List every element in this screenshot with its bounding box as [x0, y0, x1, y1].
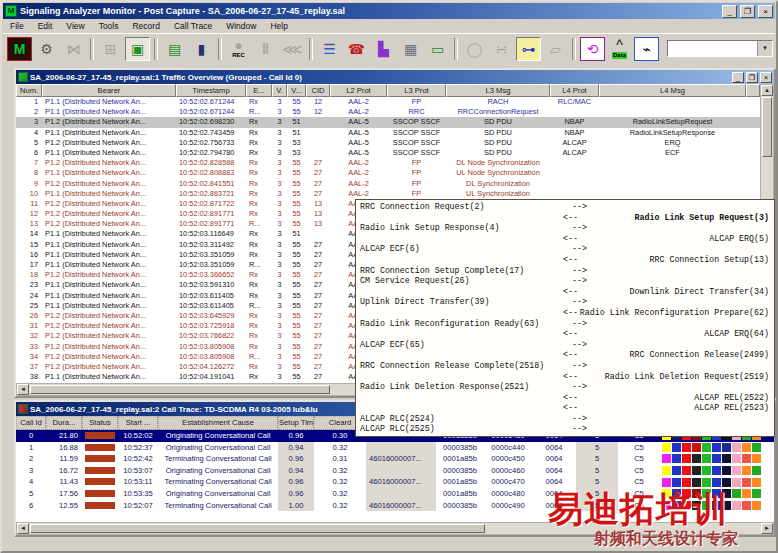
- trace-message[interactable]: RRC Connection Release Complete(2518)-->: [356, 361, 774, 372]
- trace-message[interactable]: RRC Connection Request(2)-->: [356, 202, 774, 213]
- column-header-id[interactable]: Call Id: [16, 416, 46, 430]
- trace-message[interactable]: Radio Link Reconfiguration Prepare(62)<-…: [356, 308, 774, 319]
- column-header-l3[interactable]: L3 Prot: [387, 84, 446, 97]
- trace-message[interactable]: ALCAP RLC(2525)-->: [356, 424, 774, 435]
- scroll-thumb[interactable]: [30, 385, 330, 394]
- column-header-setup[interactable]: Setup Time: [278, 416, 314, 430]
- save-button[interactable]: ▮: [189, 37, 214, 61]
- settings-gear-button[interactable]: ⚙: [34, 37, 59, 61]
- trace-message[interactable]: Radio Link Setup Response(4)-->: [356, 223, 774, 234]
- column-header-m3[interactable]: L3 Msg: [446, 84, 550, 97]
- column-header-start[interactable]: Start ...: [118, 416, 158, 430]
- traffic-row[interactable]: 9P1.2 (Distributed Network An...10:52:02…: [16, 179, 760, 189]
- column-header-e[interactable]: E...: [246, 84, 272, 97]
- cell-m4: [599, 189, 746, 199]
- column-header-dur[interactable]: Dura...: [46, 416, 82, 430]
- trace-message[interactable]: ALCAP REL(2522)<--: [356, 393, 774, 404]
- trace-message[interactable]: RRC Connection Release(2499)<--: [356, 350, 774, 361]
- combobox-dropdown-arrow-icon[interactable]: ▼: [757, 41, 772, 56]
- traffic-row[interactable]: 1P1.1 (Distributed Network An...10:52:02…: [16, 97, 760, 107]
- main-titlebar[interactable]: M Signaling Analyzer Monitor - Post Capt…: [3, 3, 775, 19]
- trace-message[interactable]: Radio Link Setup Request(3)<--: [356, 213, 774, 224]
- trace-message[interactable]: ALCAP REL(2523)<--: [356, 403, 774, 414]
- filter-combobox[interactable]: ▼: [667, 40, 773, 57]
- menu-item-tools[interactable]: Tools: [92, 20, 126, 32]
- scroll-left-arrow[interactable]: ◄: [17, 523, 29, 534]
- column-header-m4[interactable]: L4 Msg: [599, 84, 746, 97]
- trigger-button[interactable]: ⌁: [634, 37, 659, 61]
- trace-message[interactable]: ALCAP RLC(2524)-->: [356, 414, 774, 425]
- statistics-chart-button[interactable]: ▙: [371, 37, 396, 61]
- column-header-v2[interactable]: V...: [287, 84, 306, 97]
- protocol-stack-button[interactable]: ☰: [317, 37, 342, 61]
- scroll-thumb[interactable]: [30, 524, 485, 533]
- trace-message-text: Downlink Direct Transfer(34): [630, 287, 769, 298]
- trace-message[interactable]: ALCAP ECF(6)-->: [356, 244, 774, 255]
- record-button: ●REC: [226, 37, 251, 61]
- minimize-button[interactable]: _: [722, 5, 737, 18]
- trace-message[interactable]: Radio Link Reconfiguration Ready(63)-->: [356, 319, 774, 330]
- column-header-st[interactable]: Status: [82, 416, 118, 430]
- channel-color-swatch: [712, 466, 721, 475]
- cell-setup: 0.96: [278, 476, 314, 488]
- data-export-button[interactable]: ^Data: [607, 37, 632, 61]
- menu-item-help[interactable]: Help: [263, 20, 294, 32]
- column-header-l2[interactable]: L2 Prot: [330, 84, 387, 97]
- scroll-right-arrow[interactable]: ►: [761, 523, 773, 534]
- menu-item-call-trace[interactable]: Call Trace: [167, 20, 219, 32]
- monitor-logo-button[interactable]: M: [7, 37, 32, 61]
- traffic-row[interactable]: 8P1.1 (Distributed Network An...10:52:02…: [16, 168, 760, 178]
- trace-message[interactable]: RRC Connection Setup(13)<--: [356, 255, 774, 266]
- traffic-minimize-button[interactable]: _: [732, 72, 744, 83]
- close-button[interactable]: ×: [758, 5, 773, 18]
- trace-message[interactable]: ALCAP ERQ(5)<--: [356, 234, 774, 245]
- maximize-button[interactable]: ❐: [740, 5, 755, 18]
- load-capture-button[interactable]: ▤: [162, 37, 187, 61]
- trace-message[interactable]: Radio Link Deletion Response(2521)-->: [356, 382, 774, 393]
- traffic-row[interactable]: 6P1.1 (Distributed Network An...10:52:02…: [16, 148, 760, 158]
- cell-n: 25: [16, 301, 42, 311]
- call-row[interactable]: 116.8810:52:37Originating Conversational…: [16, 442, 774, 454]
- call-row[interactable]: 316.7210:53:07Originating Conversational…: [16, 465, 774, 477]
- traffic-window-titlebar[interactable]: SA_2006-06-27_17-45_replay.sal:1 Traffic…: [16, 70, 774, 84]
- traffic-row[interactable]: 2P1.1 (Distributed Network An...10:52:02…: [16, 107, 760, 117]
- column-header-cause[interactable]: Establishment Cause: [158, 416, 278, 430]
- trace-message[interactable]: Downlink Direct Transfer(34)<--: [356, 287, 774, 298]
- table-view-button[interactable]: ▦: [398, 37, 423, 61]
- call-row[interactable]: 211.5910:52:42Terminating Conversational…: [16, 453, 774, 465]
- trace-message[interactable]: RRC Connection Setup Complete(17)-->: [356, 266, 774, 277]
- column-header-t[interactable]: Timestamp: [176, 84, 246, 97]
- replay-button[interactable]: ⟲: [580, 37, 605, 61]
- menu-item-edit[interactable]: Edit: [31, 20, 60, 32]
- traffic-row[interactable]: 10P1.1 (Distributed Network An...10:52:0…: [16, 189, 760, 199]
- column-header-b[interactable]: Bearer: [42, 84, 176, 97]
- cell-v2: 51: [287, 117, 306, 127]
- scroll-thumb[interactable]: [762, 97, 772, 157]
- cell-l4: NBAP: [550, 128, 599, 138]
- menu-item-file[interactable]: File: [3, 20, 31, 32]
- call-trace-phone-button[interactable]: ☎: [344, 37, 369, 61]
- traffic-row[interactable]: 5P1.2 (Distributed Network An...10:52:02…: [16, 138, 760, 148]
- scroll-left-arrow[interactable]: ◄: [17, 384, 29, 395]
- menu-item-view[interactable]: View: [59, 20, 91, 32]
- traffic-close-button[interactable]: ×: [760, 72, 772, 83]
- scroll-up-arrow[interactable]: ▲: [761, 85, 773, 96]
- column-header-n[interactable]: Num.: [16, 84, 42, 97]
- traffic-maximize-button[interactable]: ❐: [746, 72, 758, 83]
- menu-item-record[interactable]: Record: [125, 20, 166, 32]
- traffic-row[interactable]: 7P1.2 (Distributed Network An...10:52:02…: [16, 158, 760, 168]
- traffic-row[interactable]: 4P1.1 (Distributed Network An...10:52:02…: [16, 128, 760, 138]
- trace-message[interactable]: ALCAP ECF(65)-->: [356, 340, 774, 351]
- traffic-row[interactable]: 3P1.2 (Distributed Network An...10:52:02…: [16, 117, 760, 127]
- column-header-l4[interactable]: L4 Prot: [550, 84, 599, 97]
- column-header-v1[interactable]: V.: [272, 84, 287, 97]
- key-button[interactable]: ⊶: [516, 37, 541, 61]
- capture-card-button[interactable]: ▣: [125, 37, 150, 61]
- export-van-button[interactable]: ▭: [425, 37, 450, 61]
- trace-message[interactable]: Radio Link Deletion Request(2519)<--: [356, 372, 774, 383]
- menu-item-window[interactable]: Window: [219, 20, 263, 32]
- trace-message[interactable]: Uplink Direct Transfer(39)-->: [356, 297, 774, 308]
- column-header-c[interactable]: CID: [306, 84, 330, 97]
- trace-message[interactable]: CM Service Request(26)-->: [356, 276, 774, 287]
- trace-message[interactable]: ALCAP ERQ(64)<--: [356, 329, 774, 340]
